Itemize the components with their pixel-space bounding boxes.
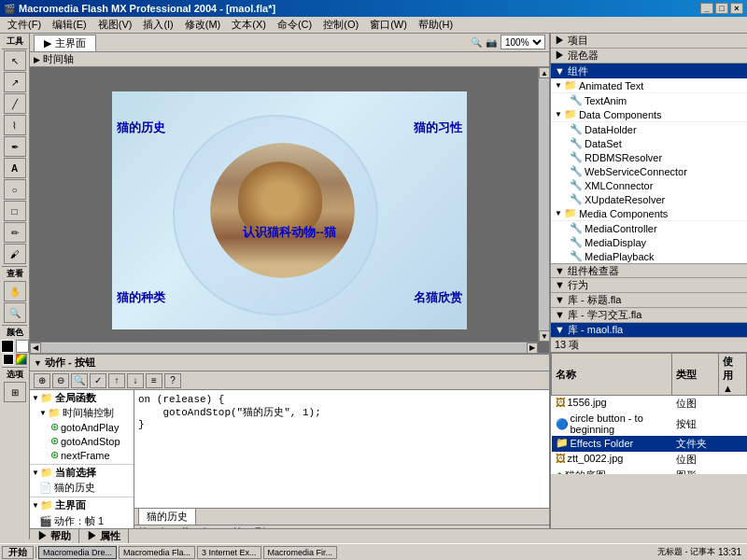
dataset-item[interactable]: 🔧 DataSet	[566, 136, 747, 150]
webservice-item[interactable]: 🔧 WebServiceConnector	[566, 164, 747, 178]
help-section-btn[interactable]: ▶ 帮助	[30, 529, 79, 543]
stage-tab-label: 主界面	[55, 36, 86, 50]
zoom-tool[interactable]: 🔍	[4, 302, 26, 323]
actions-header[interactable]: ▼ 动作 - 按钮	[30, 355, 549, 371]
menu-window[interactable]: 窗口(W)	[364, 16, 413, 34]
taskbar-item-2[interactable]: 3 Internet Ex...	[197, 546, 261, 559]
tree-global-functions[interactable]: ▼ 📁 全局函数	[30, 390, 134, 406]
media-components-group[interactable]: ▼ 📁 Media Components	[551, 206, 747, 221]
mediadisplay-item[interactable]: 🔧 MediaDisplay	[566, 235, 747, 249]
arrow-tool[interactable]: ↖	[4, 50, 26, 71]
properties-section-btn[interactable]: ▶ 属性	[79, 529, 129, 543]
behavior-header[interactable]: ▼ 行为	[551, 278, 747, 293]
taskbar-item-3[interactable]: Macromedia Fir...	[263, 546, 338, 559]
subselect-tool[interactable]: ↗	[4, 72, 26, 92]
menu-modify[interactable]: 修改(M)	[179, 16, 227, 34]
timeline-header[interactable]: ▶ 时间轴	[30, 52, 549, 67]
fill-color[interactable]	[16, 340, 29, 353]
maximize-button[interactable]: □	[715, 3, 728, 14]
text-tool[interactable]: A	[4, 158, 26, 178]
hscroll-left-btn[interactable]: ◀	[30, 343, 41, 354]
actions-remove-btn[interactable]: ⊖	[52, 373, 69, 388]
minimize-button[interactable]: _	[700, 3, 713, 14]
taskbar-item-0[interactable]: Macromedia Dre...	[38, 546, 117, 559]
vscroll-down-btn[interactable]: ▼	[539, 330, 549, 342]
cat-image	[210, 143, 355, 278]
line-tool[interactable]: ╱	[4, 93, 26, 114]
zoom-select[interactable]: 100% 50% 75% 150% 200%	[500, 35, 545, 49]
folder-icon: 📁	[564, 79, 577, 91]
stage-tab[interactable]: ▶ 主界面	[34, 35, 96, 51]
menu-file[interactable]: 文件(F)	[2, 16, 47, 34]
black-white-btn[interactable]	[3, 354, 14, 365]
menu-command[interactable]: 命令(C)	[272, 16, 317, 34]
component-inspector-header[interactable]: ▼ 组件检查器	[551, 263, 747, 278]
actions-up-btn[interactable]: ↑	[108, 373, 125, 388]
hscroll-right-btn[interactable]: ▶	[527, 343, 538, 354]
brush-tool[interactable]: 🖌	[4, 244, 26, 264]
lib-row-4[interactable]: ◆猫的底图 图形	[552, 468, 747, 474]
mediaplayback-item[interactable]: 🔧 MediaPlayback	[566, 249, 747, 263]
code-editor[interactable]: on (release) { gotoAndStop("猫的历史", 1); }	[134, 390, 549, 508]
tree-item-goto-play[interactable]: ⊛ gotoAndPlay	[50, 420, 134, 434]
lasso-tool[interactable]: ⌇	[4, 115, 26, 135]
tree-cat-history[interactable]: 📄 猫的历史	[39, 481, 134, 495]
menu-view[interactable]: 视图(V)	[92, 16, 138, 34]
menu-text[interactable]: 文本(X)	[226, 16, 272, 34]
stage-canvas[interactable]: 猫的历史 猫的习性 猫的种类 名猫欣赏 认识猫科动物--猫	[112, 91, 467, 329]
textanim-item[interactable]: 🔧 TextAnim	[566, 93, 747, 107]
animated-text-group[interactable]: ▼ 📁 Animated Text	[551, 78, 747, 93]
menu-edit[interactable]: 编辑(E)	[47, 16, 92, 34]
vscroll[interactable]: ▲ ▼	[538, 67, 549, 342]
actions-menu-btn[interactable]: ≡	[146, 373, 162, 388]
tree-item-goto-stop[interactable]: ⊛ gotoAndStop	[50, 434, 134, 448]
actions-find-btn[interactable]: 🔍	[71, 373, 88, 388]
hscroll-track[interactable]	[41, 343, 527, 353]
lib3-header[interactable]: ▼ 库 - maol.fla	[551, 323, 747, 338]
mixer-header[interactable]: ▶ 混色器	[551, 49, 747, 63]
xmlconnector-item[interactable]: 🔧 XMLConnector	[566, 178, 747, 192]
script-icon: 📄	[39, 482, 52, 494]
tree-current-items: 📄 猫的历史	[30, 481, 134, 495]
actions-help-btn[interactable]: ?	[164, 373, 181, 388]
oval-tool[interactable]: ○	[4, 179, 26, 200]
snap-btn[interactable]: ⊞	[4, 382, 26, 402]
actions-down-btn[interactable]: ↓	[127, 373, 144, 388]
actions-check-btn[interactable]: ✓	[90, 373, 106, 388]
tree-action-frame1[interactable]: 🎬 动作：帧 1	[39, 513, 134, 529]
data-components-group[interactable]: ▼ 📁 Data Components	[551, 107, 747, 122]
components-header[interactable]: ▼ 组件	[551, 63, 747, 78]
tree-current-selection[interactable]: ▼ 📁 当前选择	[30, 465, 134, 481]
close-button[interactable]: ×	[730, 3, 743, 14]
hand-tool[interactable]: ✋	[4, 281, 26, 301]
mediacontroller-item[interactable]: 🔧 MediaController	[566, 221, 747, 235]
project-header[interactable]: ▶ 项目	[551, 34, 747, 49]
lib1-header[interactable]: ▼ 库 - 标题.fla	[551, 293, 747, 308]
tree-item-next-frame[interactable]: ⊛ nextFrame	[50, 448, 134, 462]
pen-tool[interactable]: ✒	[4, 136, 26, 157]
actions-add-btn[interactable]: ⊕	[34, 373, 50, 388]
tree-timeline-control[interactable]: ▼ 📁 时间轴控制	[39, 406, 134, 420]
xupdate-item[interactable]: 🔧 XUpdateResolver	[566, 192, 747, 206]
menu-help[interactable]: 帮助(H)	[413, 16, 458, 34]
rect-tool[interactable]: □	[4, 201, 26, 221]
lib-row-0[interactable]: 🖼1556.jpg 位图	[552, 396, 747, 413]
start-button[interactable]: 开始	[2, 546, 34, 559]
rdbms-item[interactable]: 🔧 RDBMSResolver	[566, 150, 747, 164]
lib-row-1[interactable]: 🔵circle button - to beginning 按钮	[552, 412, 747, 436]
vscroll-track[interactable]	[539, 78, 549, 330]
dataholder-item[interactable]: 🔧 DataHolder	[566, 122, 747, 136]
menu-insert[interactable]: 插入(I)	[137, 16, 178, 34]
vscroll-up-btn[interactable]: ▲	[539, 67, 549, 78]
stroke-color[interactable]	[1, 340, 14, 353]
hscroll[interactable]: ◀ ▶	[30, 342, 538, 353]
tree-main-interface[interactable]: ▼ 📁 主界面	[30, 497, 134, 513]
swap-colors-btn[interactable]	[16, 354, 27, 365]
lib-row-2-selected[interactable]: 📁Effects Folder 文件夹	[552, 436, 747, 452]
code-tab[interactable]: 猫的历史	[138, 508, 196, 525]
taskbar-item-1[interactable]: Macromedia Fla...	[119, 546, 195, 559]
lib-row-3[interactable]: 🖼ztt_0022.jpg 位图	[552, 452, 747, 468]
pencil-tool[interactable]: ✏	[4, 222, 26, 243]
lib2-header[interactable]: ▼ 库 - 学习交互.fla	[551, 308, 747, 323]
menu-control[interactable]: 控制(O)	[317, 16, 364, 34]
